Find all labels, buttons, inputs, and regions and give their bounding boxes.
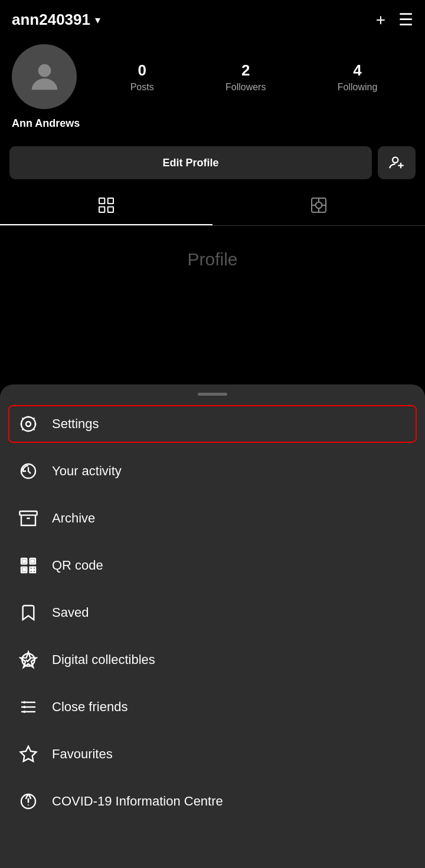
closefriends-label: Close friends <box>52 699 128 715</box>
saved-icon <box>18 602 39 623</box>
avatar-icon <box>25 58 64 96</box>
username-text: ann240391 <box>12 11 90 29</box>
svg-point-14 <box>26 422 31 426</box>
nav-icons: + ☰ <box>376 12 413 28</box>
archive-icon <box>18 508 39 529</box>
menu-item-favourites[interactable]: Favourites <box>0 731 425 778</box>
svg-rect-24 <box>23 568 25 571</box>
svg-rect-22 <box>31 560 34 563</box>
profile-section: 0 Posts 2 Followers 4 Following Ann Andr… <box>0 35 425 136</box>
bottom-sheet: Settings Your activity Archive <box>0 384 425 868</box>
svg-rect-20 <box>23 560 25 563</box>
svg-rect-28 <box>30 570 32 573</box>
covid-icon <box>18 791 39 812</box>
followers-label: Followers <box>225 82 266 93</box>
avatar-container[interactable] <box>12 44 77 109</box>
svg-point-39 <box>28 804 29 805</box>
stats-row: 0 Posts 2 Followers 4 Following <box>94 61 413 93</box>
svg-point-15 <box>21 417 35 431</box>
add-person-button[interactable] <box>378 146 416 179</box>
favourites-label: Favourites <box>52 747 113 762</box>
settings-icon <box>18 413 39 435</box>
menu-item-closefriends[interactable]: Close friends <box>0 683 425 731</box>
profile-label-area: Profile <box>0 226 425 281</box>
hamburger-menu-button[interactable]: ☰ <box>398 12 413 28</box>
add-person-icon <box>388 154 405 171</box>
edit-profile-row: Edit Profile <box>9 146 416 179</box>
svg-point-9 <box>316 202 322 209</box>
svg-rect-5 <box>108 198 113 203</box>
following-label: Following <box>338 82 378 93</box>
tab-tagged[interactable] <box>212 186 425 225</box>
posts-count: 0 <box>138 61 146 80</box>
settings-label: Settings <box>52 416 99 432</box>
menu-item-saved[interactable]: Saved <box>0 589 425 636</box>
menu-item-qrcode[interactable]: QR code <box>0 542 425 589</box>
username-area[interactable]: ann240391 ▾ <box>12 11 100 29</box>
posts-stat[interactable]: 0 Posts <box>130 61 154 93</box>
svg-marker-37 <box>21 747 37 761</box>
menu-item-collectibles[interactable]: Digital collectibles <box>0 636 425 683</box>
collectibles-icon <box>18 649 39 670</box>
activity-icon <box>18 461 39 482</box>
svg-point-0 <box>38 64 51 77</box>
collectibles-label: Digital collectibles <box>52 652 155 668</box>
tabs-row <box>0 186 425 226</box>
followers-stat[interactable]: 2 Followers <box>225 61 266 93</box>
svg-rect-4 <box>99 198 104 203</box>
activity-label: Your activity <box>52 463 122 479</box>
svg-point-36 <box>23 711 25 713</box>
tab-grid[interactable] <box>0 186 212 225</box>
svg-rect-17 <box>19 511 37 515</box>
avatar <box>12 44 77 109</box>
menu-item-settings[interactable]: Settings <box>0 400 425 448</box>
svg-point-1 <box>393 157 398 163</box>
svg-rect-7 <box>108 207 113 212</box>
menu-item-archive[interactable]: Archive <box>0 495 425 542</box>
following-count: 4 <box>353 61 361 80</box>
svg-point-35 <box>23 706 25 708</box>
chevron-down-icon: ▾ <box>95 14 100 27</box>
profile-label-text: Profile <box>187 249 237 269</box>
tagged-icon <box>309 196 328 215</box>
grid-icon <box>97 196 116 215</box>
profile-display-name: Ann Andrews <box>12 117 413 130</box>
svg-rect-29 <box>33 570 35 573</box>
following-stat[interactable]: 4 Following <box>338 61 378 93</box>
qrcode-label: QR code <box>52 558 103 573</box>
top-nav: ann240391 ▾ + ☰ <box>0 0 425 35</box>
sheet-handle <box>198 393 227 396</box>
menu-item-covid[interactable]: COVID-19 Information Centre <box>0 778 425 825</box>
qrcode-icon <box>18 555 39 576</box>
menu-item-activity[interactable]: Your activity <box>0 448 425 495</box>
covid-label: COVID-19 Information Centre <box>52 794 223 809</box>
svg-point-34 <box>23 701 25 703</box>
closefriends-icon <box>18 696 39 718</box>
saved-label: Saved <box>52 605 89 620</box>
svg-rect-26 <box>30 567 32 570</box>
favourites-icon <box>18 744 39 765</box>
svg-rect-6 <box>99 207 104 212</box>
edit-profile-button[interactable]: Edit Profile <box>9 146 372 179</box>
svg-rect-27 <box>33 567 35 570</box>
profile-info-row: 0 Posts 2 Followers 4 Following <box>12 44 413 109</box>
posts-label: Posts <box>130 82 154 93</box>
add-post-button[interactable]: + <box>376 12 385 28</box>
archive-label: Archive <box>52 511 95 526</box>
followers-count: 2 <box>241 61 250 80</box>
